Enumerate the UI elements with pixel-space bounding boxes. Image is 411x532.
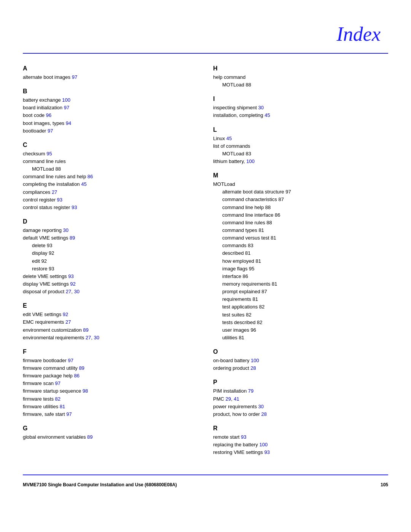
index-entry: PIM installation 79 xyxy=(213,387,388,395)
page-number: 93 xyxy=(57,197,62,203)
entry-term: environmental requirements xyxy=(23,335,84,340)
page-number: 81 xyxy=(258,227,264,233)
page-number: 82 xyxy=(246,312,251,318)
page-number: 100 xyxy=(259,442,268,447)
letter-heading: A xyxy=(23,65,198,72)
index-entry: environment customization 89 xyxy=(23,326,198,334)
page-number: 27 xyxy=(66,289,71,294)
page-number: 30 xyxy=(94,335,99,340)
page-number: 45 xyxy=(226,136,232,141)
entry-term: control register xyxy=(23,197,56,203)
letter-section-a: Aalternate boot images 97 xyxy=(23,65,198,81)
page-number: 98 xyxy=(83,388,88,394)
page-number: 97 xyxy=(55,380,61,386)
index-entry: firmware utilities 81 xyxy=(23,403,198,411)
page-number: 45 xyxy=(264,112,270,118)
index-entry: memory requirements 81 xyxy=(213,280,388,288)
letter-section-g: Gglobal environment variables 89 xyxy=(23,425,198,441)
index-entry: how employed 81 xyxy=(213,257,388,265)
entry-term: command line rules xyxy=(23,158,66,164)
letter-section-e: Eedit VME settings 92EMC requirements 27… xyxy=(23,302,198,342)
entry-term: edit xyxy=(32,258,40,264)
index-entry: alternate boot data structure 97 xyxy=(213,188,388,196)
index-entry: firmware bootloader 97 xyxy=(23,357,198,364)
page-number: 41 xyxy=(234,396,239,402)
entry-term: command line interface xyxy=(222,212,273,218)
letter-heading: P xyxy=(213,379,388,386)
entry-term: user images xyxy=(222,327,249,333)
entry-term: MOTLoad xyxy=(213,181,235,187)
page-number: 30 xyxy=(63,227,68,233)
page-number: 27 xyxy=(65,319,71,325)
page-number: 89 xyxy=(79,365,84,371)
entry-term: lithium battery, xyxy=(213,158,245,164)
entry-term: EMC requirements xyxy=(23,319,64,325)
index-entry: command versus test 81 xyxy=(213,234,388,242)
entry-term: test applications xyxy=(222,304,258,310)
index-entry: firmware package help 86 xyxy=(23,372,198,380)
letter-heading: F xyxy=(23,348,198,355)
entry-term: power requirements xyxy=(213,404,257,409)
index-entry: display VME settings 92 xyxy=(23,280,198,288)
page-number: 81 xyxy=(239,335,244,340)
entry-term: compliances xyxy=(23,189,50,195)
page-number: 86 xyxy=(88,174,93,179)
page-number: 93 xyxy=(49,266,54,272)
index-entry: firmware startup sequence 98 xyxy=(23,387,198,395)
page-number: 88 xyxy=(55,166,61,172)
index-entry: edit 92 xyxy=(23,257,198,265)
page-number: 100 xyxy=(251,358,259,363)
page-number: 97 xyxy=(68,358,73,363)
page-number: 27 xyxy=(86,335,91,340)
index-entry: disposal of product 27, 30 xyxy=(23,288,198,296)
letter-section-c: Cchecksum 95command line rulesMOTLoad 88… xyxy=(23,142,198,211)
page-number: 81 xyxy=(272,281,277,287)
index-entry: bootloader 97 xyxy=(23,127,198,135)
index-entry: command line help 88 xyxy=(213,204,388,211)
index-entry: battery exchange 100 xyxy=(23,96,198,104)
entry-term: restoring VME settings xyxy=(213,449,263,455)
entry-term: command line rules xyxy=(222,220,265,225)
entry-term: delete xyxy=(32,243,45,248)
page-number: 87 xyxy=(278,197,284,202)
page-number: 97 xyxy=(66,411,72,417)
entry-term: replacing the battery xyxy=(213,442,258,447)
letter-section-h: Hhelp commandMOTLoad 88 xyxy=(213,65,388,89)
page-number: 89 xyxy=(87,434,92,440)
entry-term: remote start xyxy=(213,434,239,440)
letter-heading: M xyxy=(213,172,388,179)
entry-term: boot images, types xyxy=(23,120,64,126)
letter-heading: O xyxy=(213,348,388,355)
entry-term: disposal of product xyxy=(23,289,64,294)
index-entry: delete VME settings 93 xyxy=(23,273,198,280)
index-entry: EMC requirements 27 xyxy=(23,318,198,326)
page-number: 27 xyxy=(52,189,57,195)
index-entry: edit VME settings 92 xyxy=(23,311,198,318)
index-entry: boot code 96 xyxy=(23,112,198,119)
index-entry: command characteristics 87 xyxy=(213,196,388,203)
entry-term: display VME settings xyxy=(23,281,69,287)
letter-heading: I xyxy=(213,96,388,102)
entry-term: restore xyxy=(32,266,47,272)
index-entry: checksum 95 xyxy=(23,150,198,158)
page-number: 83 xyxy=(245,151,251,157)
letter-heading: E xyxy=(23,302,198,309)
page-number: 93 xyxy=(241,434,246,440)
index-entry: inspecting shipment 30 xyxy=(213,104,388,112)
page-number: 88 xyxy=(265,204,271,210)
index-entry: replacing the battery 100 xyxy=(213,441,388,449)
entry-term: Linux xyxy=(213,136,225,141)
index-entry: control register 93 xyxy=(23,196,198,204)
index-entry: on-board battery 100 xyxy=(213,357,388,364)
page-number: 88 xyxy=(245,82,251,88)
entry-term: delete VME settings xyxy=(23,273,67,279)
left-column: Aalternate boot images 97Bbattery exchan… xyxy=(23,65,198,463)
entry-term: MOTLoad xyxy=(222,151,244,157)
index-entry: default VME settings 89 xyxy=(23,234,198,242)
index-entry: MOTLoad 88 xyxy=(23,165,198,173)
index-entry: command line rules and help 86 xyxy=(23,173,198,181)
page-number: 94 xyxy=(66,120,71,126)
entry-term: battery exchange xyxy=(23,97,61,103)
index-entry: image flags 95 xyxy=(213,265,388,273)
index-entry: compliances 27 xyxy=(23,189,198,196)
